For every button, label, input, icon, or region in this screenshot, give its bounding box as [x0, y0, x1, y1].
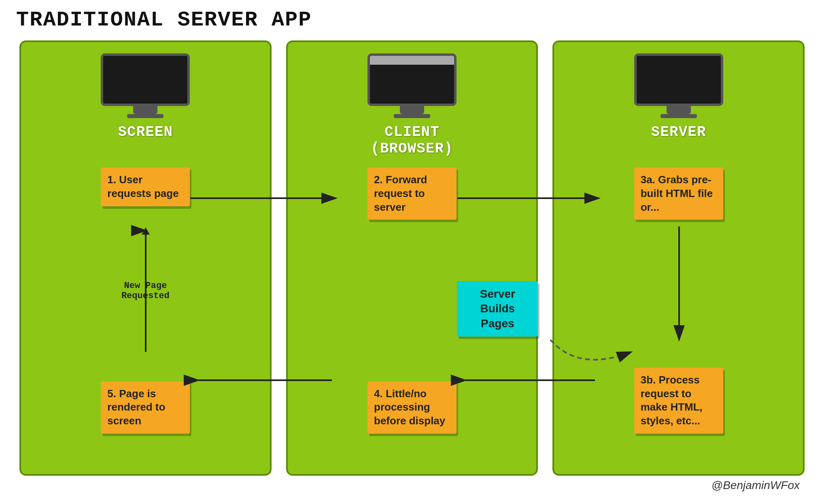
server-stand [667, 106, 691, 114]
screen-column-title: SCREEN [118, 124, 173, 140]
diagram-container: SCREEN 1. User requests page New PageReq… [12, 40, 812, 476]
server-builds-note: Server Builds Pages [457, 281, 538, 337]
client-column: CLIENT (BROWSER) 2. Forward request to s… [286, 40, 538, 476]
monitor-stand [133, 106, 157, 114]
step2-note: 2. Forward request to server [367, 167, 457, 220]
page-title: TRADITIONAL SERVER APP [16, 8, 312, 32]
screen-column: SCREEN 1. User requests page New PageReq… [19, 40, 272, 476]
client-column-title: CLIENT (BROWSER) [371, 124, 453, 157]
step1-note: 1. User requests page [101, 167, 190, 206]
browser-base [394, 114, 430, 118]
server-column: SERVER 3a. Grabs pre-built HTML file or.… [552, 40, 805, 476]
screen-monitor [101, 53, 190, 118]
step5-note: 5. Page is rendered to screen [101, 381, 190, 434]
browser-stand [400, 106, 424, 114]
server-base [660, 114, 697, 118]
monitor-base [127, 114, 164, 118]
browser-monitor [367, 53, 457, 118]
server-column-title: SERVER [651, 124, 706, 140]
new-page-requested-label: New PageRequested [121, 281, 170, 301]
browser-screen [367, 53, 457, 106]
step4-note: 4. Little/no processing before display [367, 381, 457, 434]
attribution: @BenjaminWFox [711, 479, 800, 492]
monitor-screen [101, 53, 190, 106]
browser-bar [370, 56, 454, 65]
server-screen [634, 53, 723, 106]
step3a-note: 3a. Grabs pre-built HTML file or... [634, 167, 723, 220]
step3b-note: 3b. Process request to make HTML, styles… [634, 368, 723, 434]
server-monitor [634, 53, 723, 118]
